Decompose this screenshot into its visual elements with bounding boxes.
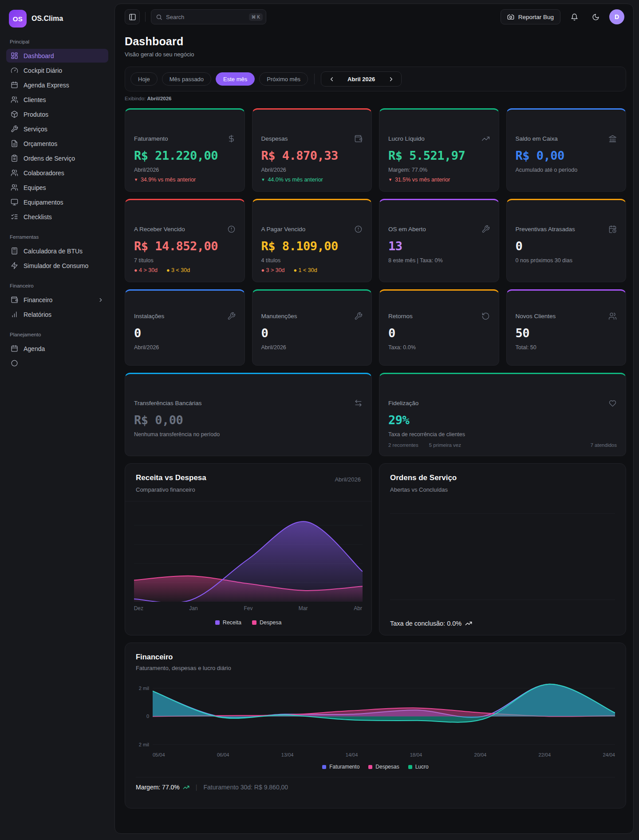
avatar[interactable]: D — [609, 9, 624, 24]
sidebar-item-label: Relatórios — [24, 311, 51, 318]
alert-circle-icon — [354, 225, 363, 233]
monitor-icon — [11, 198, 18, 206]
kpi-subtext: 4 títulos — [261, 257, 363, 264]
financeiro-plot — [153, 682, 615, 749]
kpi-card-os-em-aberto[interactable]: OS em Aberto138 este mês | Taxa: 0% — [379, 199, 499, 282]
sidebar-item-clientes[interactable]: Clientes — [6, 93, 108, 106]
sidebar-item-dashboard[interactable]: Dashboard — [6, 49, 108, 63]
sidebar-item-agenda[interactable]: Agenda — [6, 342, 108, 355]
sidebar-item-relatorios[interactable]: Relatórios — [6, 308, 108, 321]
rotate-ccw-icon — [481, 312, 490, 320]
sidebar-item-simulador-de-consumo[interactable]: Simulador de Consumo — [6, 259, 108, 272]
sidebar-item-ordens-de-servico[interactable]: Ordens de Serviço — [6, 151, 108, 165]
showing-label: Exibindo: — [125, 96, 146, 101]
sidebar-item-equipes[interactable]: Equipes — [6, 181, 108, 194]
kpi-subtext: Abril/2026 — [134, 344, 236, 351]
next-month-button[interactable] — [385, 73, 397, 85]
x-tick-label: 05/04 — [153, 752, 165, 757]
kpi-title: A Pagar Vencido — [261, 226, 306, 233]
search-input[interactable] — [166, 14, 245, 20]
users-icon — [608, 312, 617, 320]
sidebar-item-orcamentos[interactable]: Orçamentos — [6, 137, 108, 150]
kpi-card-despesas[interactable]: DespesasR$ 4.870,33Abril/2026▼44.0% vs m… — [252, 108, 372, 192]
kpi-card-fidelizacao[interactable]: Fidelização29%Taxa de recorrência de cli… — [379, 373, 626, 456]
kpi-delta-text: 34.9% vs mês anterior — [141, 177, 196, 183]
kpi-subtext: 7 títulos — [134, 257, 236, 264]
sidebar-item-calculadora-de-btus[interactable]: Calculadora de BTUs — [6, 244, 108, 258]
landmark-icon — [608, 134, 617, 143]
chevron-left-icon — [328, 76, 335, 83]
nav-section-label-financeiro: Financeiro — [10, 283, 105, 288]
wide-kpi-grid: Transferências BancáriasR$ 0,00Nenhuma t… — [125, 373, 626, 456]
search-box[interactable]: ⌘ K — [151, 9, 266, 24]
sidebar-item-label: Calculadora de BTUs — [24, 248, 83, 255]
kpi-card-faturamento[interactable]: FaturamentoR$ 21.220,00Abril/2026▼34.9% … — [125, 108, 245, 192]
completion-rate-text: Taxa de conclusão: 0.0% — [390, 620, 462, 627]
sidebar-item-equipamentos[interactable]: Equipamentos — [6, 195, 108, 209]
topbar: ⌘ K Reportar Bug D — [115, 4, 633, 28]
theme-toggle-button[interactable] — [588, 9, 603, 24]
transfer-icon — [354, 399, 363, 407]
kpi-value: R$ 0,00 — [516, 149, 617, 162]
legend-item-despesa: Despesa — [252, 619, 281, 626]
nav-section-label-principal: Principal — [10, 39, 105, 44]
wrench-icon — [11, 125, 18, 133]
notifications-button[interactable] — [567, 9, 582, 24]
prev-month-button[interactable] — [326, 73, 337, 85]
wrench-icon — [227, 312, 236, 320]
topbar-divider — [145, 12, 146, 22]
sidebar-item-cockpit-diario[interactable]: Cockpit Diário — [6, 63, 108, 77]
chart-subtitle: Abertas vs Concluídas — [390, 486, 615, 493]
chart-header: Ordens de Serviço Abertas vs Concluídas — [379, 464, 626, 501]
kpi-card-transferencias-bancarias[interactable]: Transferências BancáriasR$ 0,00Nenhuma t… — [125, 373, 372, 456]
nav-section-label-planejamento: Planejamento — [10, 332, 105, 337]
legend-label: Lucro — [415, 764, 429, 770]
sidebar-item-label: Simulador de Consumo — [24, 262, 88, 269]
sidebar: OS OS.Clima PrincipalDashboardCockpit Di… — [0, 0, 114, 840]
kpi-title: Fidelização — [388, 400, 418, 406]
sidebar-item-colaboradores[interactable]: Colaboradores — [6, 166, 108, 180]
ordens-servico-plot — [390, 501, 615, 613]
x-tick-label: 14/04 — [346, 752, 358, 757]
kpi-footer-item: 2 recorrentes — [388, 442, 418, 448]
kpi-card-novos-clientes[interactable]: Novos Clientes50Total: 50 — [506, 289, 627, 366]
x-tick-label: Dez — [134, 605, 143, 611]
kpi-card-lucro-liquido[interactable]: Lucro LíquidoR$ 5.521,97Margem: 77.0%▼31… — [379, 108, 499, 192]
calendar-clock-icon — [608, 225, 617, 233]
filter-chip-mes-passado[interactable]: Mês passado — [162, 72, 211, 86]
report-bug-button[interactable]: Reportar Bug — [501, 9, 560, 24]
chart-card-ordens-servico: Ordens de Serviço Abertas vs Concluídas … — [379, 463, 626, 635]
chart-header: Receita vs Despesa Comparativo financeir… — [125, 464, 371, 501]
kpi-card-preventivas-atrasadas[interactable]: Preventivas Atrasadas00 nos próximos 30 … — [506, 199, 627, 282]
kpi-value: 50 — [516, 326, 617, 340]
filter-chip-proximo-mes[interactable]: Próximo mês — [259, 72, 308, 86]
sidebar-item-label: Checklists — [24, 213, 52, 221]
filter-chip-este-mes[interactable]: Este mês — [216, 72, 255, 86]
kpi-delta: ▼34.9% vs mês anterior — [134, 177, 236, 183]
sidebar-item-clipped[interactable] — [6, 356, 108, 370]
kpi-card-instalacoes[interactable]: Instalações0Abril/2026 — [125, 289, 245, 366]
sidebar-item-servicos[interactable]: Serviços — [6, 122, 108, 136]
kpi-card-a-pagar-vencido[interactable]: A Pagar VencidoR$ 8.109,004 títulos● 3 >… — [252, 199, 372, 282]
aging-dot: ● 3 > 30d — [261, 267, 285, 273]
x-tick-label: Abr — [354, 605, 362, 611]
sidebar-item-agenda-express[interactable]: Agenda Express — [6, 78, 108, 92]
sidebar-item-produtos[interactable]: Produtos — [6, 107, 108, 121]
kpi-card-retornos[interactable]: Retornos0Taxa: 0.0% — [379, 289, 499, 366]
kpi-card-saldo-em-caixa[interactable]: Saldo em CaixaR$ 0,00Acumulado até o per… — [506, 108, 627, 192]
kpi-value: 0 — [388, 326, 490, 340]
margin-text: Margem: 77.0% — [136, 784, 189, 791]
financeiro-plot-row: 2 mil02 mil — [136, 682, 615, 749]
period-chips: HojeMês passadoEste mêsPróximo mês — [130, 72, 308, 86]
sidebar-item-financeiro[interactable]: Financeiro — [6, 293, 108, 307]
kpi-value: R$ 5.521,97 — [388, 149, 490, 162]
users-icon — [11, 184, 18, 191]
calendar-icon — [11, 81, 18, 89]
sidebar-toggle-button[interactable] — [125, 9, 140, 24]
kpi-card-manutencoes[interactable]: Manutenções0Abril/2026 — [252, 289, 372, 366]
kpi-card-a-receber-vencido[interactable]: A Receber VencidoR$ 14.852,007 títulos● … — [125, 199, 245, 282]
sidebar-item-checklists[interactable]: Checklists — [6, 210, 108, 224]
app-root: OS OS.Clima PrincipalDashboardCockpit Di… — [0, 0, 639, 840]
alert-circle-icon — [227, 225, 236, 233]
filter-chip-hoje[interactable]: Hoje — [130, 72, 158, 86]
